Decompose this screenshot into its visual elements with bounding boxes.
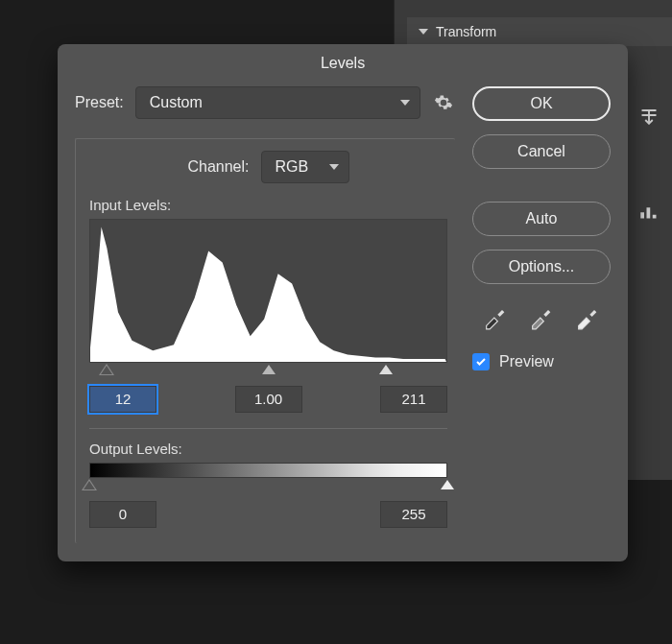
preview-label: Preview (499, 353, 554, 370)
auto-button[interactable]: Auto (472, 202, 611, 236)
white-point-slider[interactable] (379, 365, 393, 374)
svg-rect-1 (647, 207, 651, 218)
gray-eyedropper-icon[interactable] (528, 303, 555, 330)
dialog-title: Levels (321, 55, 365, 72)
output-black-slider[interactable] (82, 479, 97, 490)
output-gradient[interactable] (89, 463, 447, 478)
output-slider-track[interactable] (89, 480, 447, 493)
options-button[interactable]: Options... (472, 250, 611, 284)
gamma-slider[interactable] (262, 365, 276, 374)
black-eyedropper-icon[interactable] (482, 303, 509, 330)
input-slider-track[interactable] (89, 365, 447, 378)
output-black-field[interactable]: 0 (89, 501, 156, 528)
preview-checkbox[interactable] (472, 353, 490, 370)
output-white-slider[interactable] (441, 480, 454, 489)
output-levels-label: Output Levels: (89, 441, 447, 457)
histogram-panel-icon[interactable] (639, 202, 659, 221)
chevron-down-icon (400, 100, 410, 106)
channel-value: RGB (276, 158, 309, 176)
dialog-titlebar[interactable]: Levels (58, 44, 628, 83)
channel-label: Channel: (187, 158, 249, 176)
input-gamma-field[interactable]: 1.00 (235, 386, 302, 413)
preset-menu-button[interactable] (432, 91, 455, 114)
levels-dialog: Levels Preset: Custom Channel: RGB (58, 44, 628, 561)
input-levels-label: Input Levels: (89, 197, 447, 213)
cancel-button[interactable]: Cancel (472, 134, 611, 169)
panel-icon-1[interactable] (639, 106, 659, 125)
preset-select[interactable]: Custom (135, 86, 420, 119)
ok-button[interactable]: OK (472, 86, 611, 121)
input-white-field[interactable]: 211 (380, 386, 447, 413)
svg-rect-2 (653, 215, 657, 219)
chevron-down-icon (419, 29, 428, 35)
chevron-down-icon (329, 164, 339, 170)
preset-value: Custom (150, 94, 203, 111)
transform-section-header[interactable]: Transform (407, 17, 672, 46)
output-white-field[interactable]: 255 (380, 501, 447, 528)
divider (89, 428, 447, 429)
input-histogram[interactable] (89, 219, 447, 363)
white-eyedropper-icon[interactable] (574, 303, 601, 330)
input-black-field[interactable]: 12 (89, 386, 156, 413)
black-point-slider[interactable] (99, 364, 114, 375)
preset-label: Preset: (75, 94, 124, 111)
eyedropper-row (472, 303, 611, 330)
svg-rect-0 (640, 212, 644, 218)
side-icon-strip (632, 106, 666, 221)
transform-label: Transform (436, 24, 496, 39)
channel-select[interactable]: RGB (261, 151, 349, 183)
